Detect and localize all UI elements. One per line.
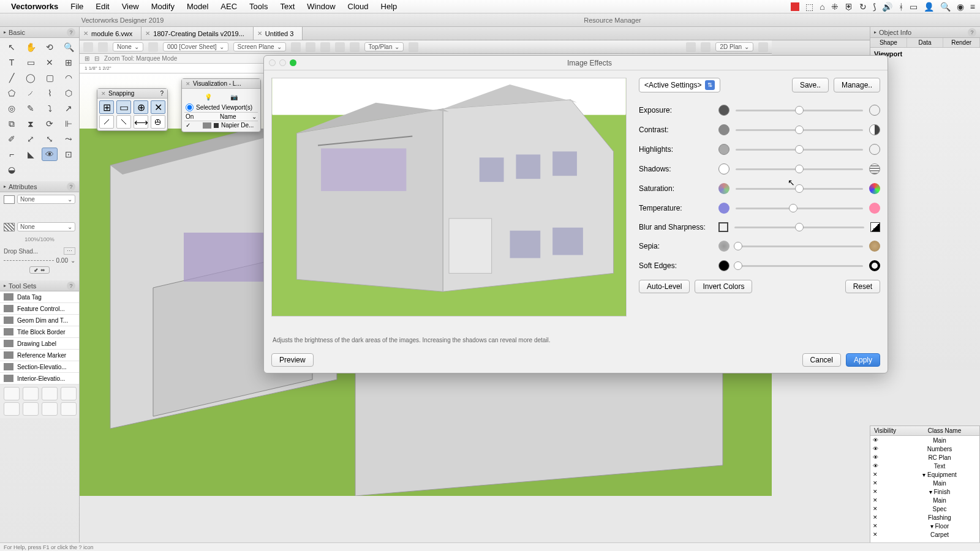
tool-fillet[interactable]: ⌐	[4, 148, 20, 161]
toolset-row[interactable]: Drawing Label	[0, 338, 79, 350]
help-icon[interactable]: ?	[67, 182, 75, 191]
tool-eyedrop[interactable]: ✎	[23, 102, 39, 115]
toolset-cat[interactable]	[61, 387, 77, 400]
disclosure-icon[interactable]: ▸	[4, 283, 6, 288]
slider-thumb[interactable]	[795, 184, 804, 193]
tool-cursor2[interactable]: ↗	[61, 102, 77, 115]
slider-track[interactable]	[734, 227, 864, 228]
tab-data[interactable]: Data	[907, 38, 944, 47]
tool-polygon[interactable]: ⬠	[4, 86, 20, 100]
visibility-icon[interactable]: 👁	[873, 463, 878, 469]
vb-icon[interactable]	[98, 42, 108, 52]
user-icon[interactable]: 👤	[924, 2, 934, 12]
volume-icon[interactable]: 🔊	[882, 2, 892, 12]
fill-swatch[interactable]	[4, 195, 15, 204]
tab-shape[interactable]: Shape	[870, 38, 907, 47]
snapping-palette[interactable]: ✕Snapping? ⊞ ▭ ⊕ ✕ ⟋ ⟍ ⟷ ⦺	[97, 88, 168, 131]
vb-icon[interactable]	[306, 42, 315, 52]
slider-thumb[interactable]	[734, 242, 742, 250]
viz-row[interactable]: ✓ Napier De...	[184, 121, 258, 129]
status-icon-3[interactable]: ⁜	[831, 2, 839, 12]
toolset-cat[interactable]	[4, 402, 20, 416]
help-icon[interactable]: ?	[968, 28, 976, 37]
shield-icon[interactable]: ⛨	[845, 2, 853, 12]
visibility-icon[interactable]: ✕	[873, 506, 878, 512]
class-row[interactable]: 👁RC Plan	[870, 453, 979, 462]
slider-track[interactable]	[736, 168, 863, 170]
snap-smart[interactable]: ⟋	[99, 115, 114, 129]
tool-roundrect[interactable]: ▢	[42, 71, 58, 84]
wifi-icon[interactable]: ⟆	[873, 2, 876, 12]
toolset-cat[interactable]	[61, 402, 77, 416]
snap-grid[interactable]: ⊞	[99, 100, 114, 114]
visibility-icon[interactable]: 👁	[873, 437, 878, 443]
pen-swatch[interactable]	[4, 223, 15, 231]
toolset-row[interactable]: Geom Dim and T...	[0, 315, 79, 326]
siri-icon[interactable]: ◉	[957, 2, 964, 12]
dropbox-icon[interactable]: ⌂	[820, 2, 824, 12]
toolset-cat[interactable]	[42, 387, 58, 400]
toolset-row[interactable]: Reference Marker	[0, 350, 79, 361]
bluetooth-icon[interactable]: ᚼ	[899, 2, 903, 12]
battery-icon[interactable]: ▭	[910, 2, 918, 12]
menu-help[interactable]: Help	[376, 2, 402, 11]
manage-button[interactable]: Manage..	[834, 78, 880, 92]
menu-model[interactable]: Model	[182, 2, 213, 11]
close-icon[interactable]: ✕	[101, 91, 106, 97]
camera-icon[interactable]: 📷	[230, 94, 238, 100]
plane-select[interactable]: Screen Plane⌄	[233, 42, 286, 51]
visibility-icon[interactable]: ✕	[873, 497, 878, 503]
app-name[interactable]: Vectorworks	[11, 2, 58, 11]
vb-icon[interactable]	[409, 42, 418, 52]
toolset-row[interactable]: Interior-Elevatio...	[0, 373, 79, 384]
snap-tangent[interactable]: ⦺	[151, 115, 165, 129]
slider-track[interactable]	[736, 265, 863, 267]
toolset-row[interactable]: Feature Control...	[0, 303, 79, 315]
menu-aec[interactable]: AEC	[216, 2, 242, 11]
toolset-row[interactable]: Data Tag	[0, 291, 79, 303]
zoom-icon[interactable]: ⊟	[94, 55, 99, 62]
close-icon[interactable]: ✕	[145, 30, 150, 37]
slider-thumb[interactable]	[795, 145, 804, 154]
class-row[interactable]: ✕Main	[870, 479, 979, 487]
visibility-icon[interactable]: 👁	[873, 454, 878, 460]
class-row[interactable]: 👁Main	[870, 436, 979, 444]
snap-dist[interactable]: ⟷	[134, 115, 148, 129]
class-select[interactable]: None⌄	[113, 42, 143, 51]
tool-connect[interactable]: ⤳	[61, 132, 77, 146]
slider-track[interactable]	[736, 246, 863, 247]
slider-thumb[interactable]	[734, 261, 742, 270]
visualization-palette[interactable]: ✕Visualization - L... 💡 📷 Selected Viewp…	[181, 78, 261, 132]
clock-icon[interactable]: ↻	[859, 2, 867, 12]
snap-edge[interactable]: ⟍	[116, 115, 131, 129]
tool-arc2[interactable]: ⤵	[42, 102, 58, 115]
tool-flyover[interactable]: ⟲	[42, 40, 58, 54]
help-icon[interactable]: ?	[67, 282, 75, 290]
vb-icon[interactable]	[83, 42, 93, 52]
tool-line-x[interactable]: ✕	[42, 56, 58, 69]
reset-button[interactable]: Reset	[845, 280, 880, 293]
tool-rotate[interactable]: ⟳	[42, 117, 58, 130]
menu-cloud[interactable]: Cloud	[343, 2, 374, 11]
class-row[interactable]: ✕Flashing	[870, 513, 979, 522]
slider-thumb[interactable]	[789, 204, 797, 212]
tab-render[interactable]: Render	[943, 38, 980, 47]
help-icon[interactable]: ?	[67, 28, 75, 37]
class-row[interactable]: ✕Spec	[870, 504, 979, 513]
close-icon[interactable]: ✕	[257, 30, 262, 37]
window-maximize[interactable]	[290, 59, 296, 66]
line-end-select[interactable]: ⬋ ⬌	[29, 266, 50, 274]
auto-level-button[interactable]: Auto-Level	[639, 280, 690, 293]
tool-text[interactable]: T	[4, 56, 20, 69]
menu-tools[interactable]: Tools	[244, 2, 273, 11]
vb-icon[interactable]	[291, 42, 301, 52]
window-minimize[interactable]	[279, 59, 286, 66]
vb-icon[interactable]	[335, 42, 345, 52]
tool-align[interactable]: ⊩	[61, 117, 77, 130]
tab-module6[interactable]: ✕module 6.vwx	[80, 27, 141, 40]
menu-window[interactable]: Window	[302, 2, 340, 11]
class-row[interactable]: 👁Text	[870, 462, 979, 470]
snap-object[interactable]: ▭	[116, 100, 131, 114]
view-select[interactable]: Top/Plan⌄	[364, 42, 404, 51]
vb-icon[interactable]	[701, 42, 710, 52]
